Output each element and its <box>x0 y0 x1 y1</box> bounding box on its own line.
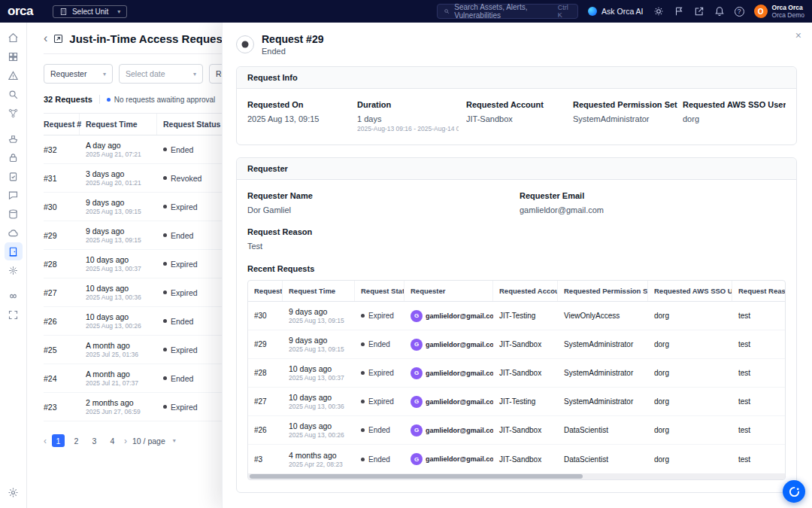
request-reason: test <box>732 426 785 434</box>
chevron-down-icon: ▾ <box>193 71 196 78</box>
column-header[interactable]: Request Reason <box>732 281 785 301</box>
status-dot <box>163 376 167 380</box>
page-number[interactable]: 4 <box>106 434 119 447</box>
sidebar-item-settings[interactable] <box>5 483 23 501</box>
jit-page-icon <box>53 33 64 44</box>
sidebar-item-home[interactable] <box>5 29 23 47</box>
request-status: Expired <box>355 369 404 377</box>
recent-request-row[interactable]: #27 10 days ago 2025 Aug 13, 00:36 Expir… <box>248 388 785 416</box>
column-header[interactable]: Requester <box>404 281 493 301</box>
request-id: #30 <box>248 312 283 320</box>
search-shortcut: Ctrl K <box>558 4 571 19</box>
sidebar-item-threats[interactable] <box>5 261 23 279</box>
close-icon[interactable]: × <box>795 30 801 41</box>
info-field: Requested AWS SSO User dorg <box>683 100 786 132</box>
column-header[interactable]: Request Status <box>355 281 404 301</box>
column-header[interactable]: Request # <box>248 281 283 301</box>
avatar: G <box>411 424 423 437</box>
sidebar-item-alerts[interactable] <box>5 66 23 84</box>
prev-page-icon[interactable]: ‹ <box>44 436 47 446</box>
requester-card: Requester Requester Name Dor Gamliel Req… <box>236 157 797 493</box>
recent-request-row[interactable]: #26 10 days ago 2025 Aug 13, 00:26 Ended <box>248 416 785 445</box>
horizontal-scrollbar[interactable] <box>248 473 785 479</box>
field-value: JIT-Sandbox <box>466 114 565 123</box>
request-reason: test <box>732 369 785 377</box>
page-number[interactable]: 1 <box>52 434 65 447</box>
orca-logo[interactable]: orca <box>8 4 33 19</box>
status-dot <box>163 148 167 151</box>
sidebar-item-cloud[interactable] <box>5 224 23 242</box>
sidebar-item-expand[interactable] <box>5 306 23 324</box>
notifications-bell-icon[interactable] <box>714 6 725 17</box>
ask-orca-ai-button[interactable]: Ask Orca AI <box>588 7 643 16</box>
page-number[interactable]: 2 <box>70 434 83 447</box>
sidebar-item-attack-path[interactable] <box>5 104 23 122</box>
request-time: 10 days ago 2025 Aug 13, 00:37 <box>86 255 157 272</box>
account-menu[interactable]: O Orca Orca Orca Demo <box>754 4 804 19</box>
field-value: dorg <box>683 114 778 123</box>
column-header[interactable]: Requested Account <box>493 281 558 301</box>
back-chevron-icon[interactable]: ‹ <box>44 32 47 44</box>
requested-permission-set: SystemAdministrator <box>558 369 648 377</box>
select-unit-dropdown[interactable]: Select Unit ▾ <box>53 5 127 18</box>
flag-icon[interactable] <box>674 6 684 17</box>
recent-request-row[interactable]: #3 4 months ago 2025 Apr 22, 08:23 Ended <box>248 445 785 473</box>
status-dot <box>163 205 167 208</box>
status-dot <box>361 342 365 346</box>
requested-account: JIT-Sandbox <box>493 369 558 377</box>
request-status: Expired <box>163 202 227 211</box>
next-page-icon[interactable]: › <box>124 436 127 446</box>
scrollbar-thumb[interactable] <box>250 474 583 479</box>
requester-cell: G gamlieldor@gmail.com <box>404 396 493 408</box>
filter-dropdown[interactable]: Select date ▾ <box>119 64 203 84</box>
recent-request-row[interactable]: #29 9 days ago 2025 Aug 13, 09:15 Ended <box>248 330 785 359</box>
status-dot <box>163 291 167 294</box>
request-id: #24 <box>44 374 86 383</box>
orca-ai-fab-button[interactable] <box>783 480 805 503</box>
recent-request-row[interactable]: #30 9 days ago 2025 Aug 13, 09:15 Expire… <box>248 302 785 330</box>
request-id: #29 <box>248 340 283 348</box>
sidebar-item-jit-access[interactable] <box>5 242 23 260</box>
page-title: Just-in-Time Access Requests <box>69 32 232 45</box>
left-sidebar <box>0 23 27 508</box>
column-header[interactable]: Request # <box>44 114 80 135</box>
request-id: #32 <box>44 145 86 154</box>
field-label: Requested AWS SSO User <box>683 100 778 109</box>
request-id: #3 <box>248 455 283 464</box>
cloud-icon <box>8 227 19 239</box>
column-header[interactable]: Request Status <box>163 114 227 135</box>
request-reason: test <box>732 397 785 406</box>
filter-dropdown[interactable]: Requester ▾ <box>44 64 113 84</box>
request-status: Ended <box>163 231 227 240</box>
requested-sso-user: dorg <box>648 369 732 377</box>
user-avatar: O <box>754 5 768 18</box>
section-title: Requester <box>237 158 796 180</box>
sidebar-item-search[interactable] <box>5 85 23 103</box>
sidebar-item-compliance[interactable] <box>5 167 23 185</box>
request-status: Ended <box>355 340 404 348</box>
info-field: Requested On 2025 Aug 13, 09:15 <box>247 100 357 132</box>
search-icon <box>8 89 19 100</box>
sidebar-item-dashboards[interactable] <box>5 47 23 65</box>
sidebar-item-comments[interactable] <box>5 186 23 204</box>
request-reason: test <box>732 455 785 464</box>
field-label: Requested Permission Set <box>573 100 675 109</box>
page-size-select[interactable]: 10 / page ▾ <box>132 437 176 446</box>
page-number[interactable]: 3 <box>88 434 101 447</box>
column-header[interactable]: Requested AWS SSO User <box>648 281 732 301</box>
request-status: Expired <box>355 312 404 320</box>
global-search-input[interactable]: Search Assets, Alerts, Vulnerabilities C… <box>437 4 578 19</box>
sidebar-item-cicd[interactable] <box>5 287 23 305</box>
sidebar-item-inventory[interactable] <box>5 205 23 223</box>
sidebar-item-security[interactable] <box>5 148 23 166</box>
column-header[interactable]: Request Time <box>283 281 355 301</box>
recent-request-row[interactable]: #28 10 days ago 2025 Aug 13, 00:37 Expir… <box>248 359 785 388</box>
share-icon[interactable] <box>694 6 704 17</box>
theme-icon[interactable] <box>653 6 664 17</box>
status-dot <box>361 428 365 432</box>
column-header[interactable]: Requested Permission Set <box>558 281 648 301</box>
sidebar-item-shift-left[interactable] <box>5 129 23 148</box>
request-status: Ended <box>163 374 227 383</box>
column-header[interactable]: Request Time <box>86 114 157 135</box>
help-icon[interactable]: ? <box>735 7 744 17</box>
